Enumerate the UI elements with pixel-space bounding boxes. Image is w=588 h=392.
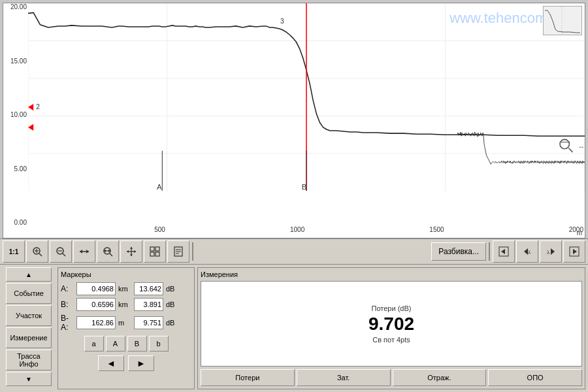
left-sidebar: ▲ Событие Участок Измерение Трасса Инфо … — [3, 267, 55, 389]
y-label-15: 15.00 — [5, 57, 27, 65]
razb-button[interactable]: Разбивка... — [431, 242, 486, 261]
chart-area: 20.00 15.00 10.00 5.00 0.00 — [3, 3, 585, 238]
marker-row-BA: B-A: m dB — [61, 314, 191, 332]
loss-label: Потери (dB) — [372, 304, 412, 312]
toolbar-sep — [192, 242, 193, 261]
btn-pan[interactable] — [73, 240, 95, 263]
marker-a-db-input[interactable] — [134, 282, 163, 295]
marker-next-btn[interactable]: ► — [128, 355, 154, 371]
loss-method: Св пот 4pts — [372, 336, 410, 344]
marker-row-A: A: km dB — [61, 282, 191, 295]
sidebar-btn-section[interactable]: Участок — [6, 305, 52, 326]
btn-lambda-left[interactable]: λ — [516, 240, 538, 263]
btn-otrazh[interactable]: Отраж. — [393, 369, 487, 386]
svg-marker-17 — [28, 124, 33, 131]
measurements-inner: Потери (dB) 9.702 Св пот 4pts — [201, 281, 582, 367]
svg-rect-47 — [155, 247, 159, 251]
svg-marker-55 — [501, 249, 505, 254]
marker-btn-B[interactable]: B — [127, 336, 147, 351]
sidebar-up-arrow[interactable]: ▲ — [6, 267, 52, 282]
marker-a-label: A: — [61, 284, 74, 293]
btn-nav-next-img[interactable] — [563, 240, 585, 263]
x-axis: 500 1000 1500 2000 m — [28, 226, 585, 238]
chart-thumbnail — [543, 6, 582, 35]
markers-title: Маркеры — [61, 270, 191, 278]
svg-marker-45 — [130, 254, 133, 256]
x-label-1000: 1000 — [290, 226, 304, 238]
marker-a-db-unit: dB — [166, 285, 178, 293]
svg-rect-49 — [155, 252, 159, 256]
svg-rect-48 — [150, 252, 154, 256]
btn-1to1[interactable]: 1:1 — [3, 240, 25, 263]
marker-row-B: B: km dB — [61, 298, 191, 311]
svg-text:A: A — [157, 183, 162, 191]
svg-marker-34 — [86, 250, 89, 253]
sidebar-btn-measure[interactable]: Измерение — [6, 327, 52, 348]
sidebar-btn-event[interactable]: Событие — [6, 283, 52, 304]
markers-panel: Маркеры A: km dB B: km dB B-A: m dB — [57, 267, 195, 389]
marker-ba-m-unit: m — [118, 319, 131, 327]
sidebar-btn-trace[interactable]: Трасса Инфо — [6, 350, 52, 370]
btn-zoom-in[interactable] — [26, 240, 48, 263]
btn-zat[interactable]: Зат. — [297, 369, 391, 386]
marker-btn-b[interactable]: b — [149, 336, 169, 351]
y-label-0: 0.00 — [5, 219, 27, 226]
marker-nav-btns: ◄ ► — [61, 355, 191, 371]
y-label-5: 5.00 — [5, 165, 27, 172]
sidebar-down-arrow[interactable]: ▼ — [6, 372, 52, 386]
marker-ba-m-input[interactable] — [76, 316, 116, 329]
btn-zoom-x[interactable] — [97, 240, 119, 263]
svg-marker-42 — [127, 250, 129, 253]
svg-marker-44 — [130, 247, 133, 249]
btn-opo[interactable]: ОПО — [488, 369, 582, 386]
svg-line-21 — [568, 148, 572, 152]
marker-ba-db-input[interactable] — [134, 316, 163, 329]
svg-text:B: B — [302, 183, 307, 191]
svg-text:λ: λ — [547, 249, 550, 255]
chart-inner: 20.00 15.00 10.00 5.00 0.00 — [3, 3, 585, 238]
toolbar: 1:1 Разбивка... λ — [0, 238, 588, 265]
marker-ba-label: B-A: — [61, 314, 74, 332]
btn-clip[interactable] — [167, 240, 189, 263]
btn-zoom-xy[interactable] — [120, 240, 142, 263]
svg-marker-59 — [551, 248, 555, 255]
svg-line-36 — [110, 253, 112, 256]
marker-btn-A[interactable]: A — [106, 336, 125, 351]
marker-a-km-input[interactable] — [76, 282, 116, 295]
x-label-500: 500 — [154, 226, 165, 238]
svg-text:λ: λ — [528, 249, 531, 255]
svg-text:↔: ↔ — [578, 143, 585, 150]
svg-text:2: 2 — [36, 103, 40, 110]
bottom-panel: ▲ Событие Участок Измерение Трасса Инфо … — [0, 265, 588, 392]
chart-svg: A B 2 3 ↔ — [28, 3, 585, 191]
svg-point-20 — [560, 139, 569, 148]
marker-a-km-unit: km — [118, 285, 131, 293]
marker-b-km-unit: km — [118, 301, 131, 308]
svg-marker-16 — [28, 104, 33, 110]
btn-grid[interactable] — [144, 240, 166, 263]
svg-line-30 — [63, 253, 65, 256]
y-axis: 20.00 15.00 10.00 5.00 0.00 — [3, 3, 28, 226]
svg-marker-43 — [134, 250, 136, 253]
svg-marker-61 — [573, 249, 577, 254]
marker-b-db-input[interactable] — [134, 298, 163, 311]
measurements-title: Измерения — [201, 270, 582, 278]
btn-zoom-out[interactable] — [50, 240, 72, 263]
app-container: 20.00 15.00 10.00 5.00 0.00 — [0, 0, 588, 392]
btn-nav-prev-img[interactable] — [493, 240, 515, 263]
marker-btn-a[interactable]: a — [84, 336, 104, 351]
measurements-panel: Измерения Потери (dB) 9.702 Св пот 4pts … — [197, 267, 585, 389]
svg-text:3: 3 — [280, 18, 284, 25]
marker-prev-btn[interactable]: ◄ — [98, 355, 124, 371]
y-label-10: 10.00 — [5, 111, 27, 118]
y-label-20: 20.00 — [5, 3, 27, 10]
btn-lambda-right[interactable]: λ — [540, 240, 562, 263]
loss-value: 9.702 — [368, 314, 414, 335]
x-label-1500: 1500 — [429, 226, 444, 238]
x-unit: m — [577, 229, 582, 237]
toolbar-sep2 — [489, 242, 490, 261]
marker-b-label: B: — [61, 300, 74, 309]
svg-marker-33 — [80, 250, 82, 253]
marker-b-km-input[interactable] — [76, 298, 116, 311]
btn-losses[interactable]: Потери — [201, 369, 295, 386]
